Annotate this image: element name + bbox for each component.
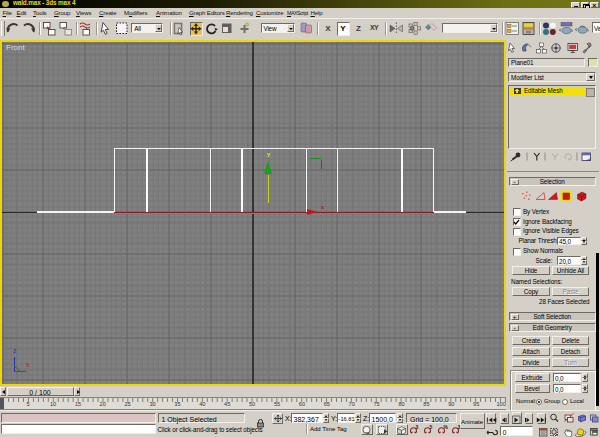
svg-text:3: 3 [416,424,419,430]
svg-text:5: 5 [430,424,433,430]
svg-text:%: % [444,424,449,430]
svg-text:3: 3 [458,424,461,430]
